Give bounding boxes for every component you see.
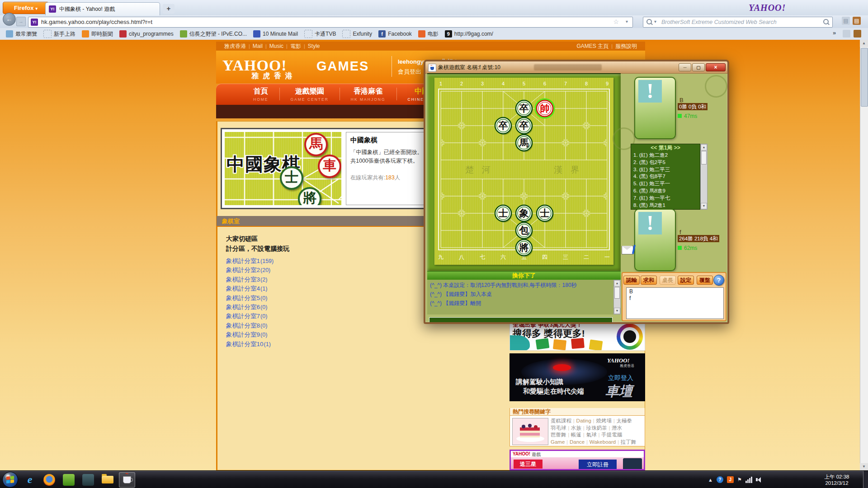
piece-包[interactable]: 包 bbox=[516, 222, 533, 240]
maximize-button[interactable]: ▢ bbox=[692, 63, 705, 71]
table-player-list[interactable]: Bf bbox=[626, 287, 724, 319]
game-button[interactable]: 設定 bbox=[678, 276, 694, 285]
keyword-link[interactable]: 氣球 bbox=[586, 432, 597, 439]
bookmarks-menu-icon[interactable]: ▤ bbox=[853, 17, 861, 25]
keyword-link[interactable]: Wakeboard bbox=[590, 439, 616, 446]
game-button[interactable]: 認輸 bbox=[623, 276, 640, 285]
room-link[interactable]: 象棋計分室7(0) bbox=[226, 312, 274, 321]
bookmark-item[interactable]: Exfunity bbox=[339, 29, 375, 39]
keyword-link[interactable]: 羽毛球 bbox=[551, 425, 566, 432]
page-scrollbar-thumb[interactable] bbox=[861, 48, 868, 107]
minimize-button[interactable]: ─ bbox=[679, 63, 691, 71]
register-button[interactable]: 立即註冊 bbox=[579, 460, 617, 469]
eyebrow-link[interactable]: GAMES 主頁 bbox=[576, 42, 609, 50]
message-envelope-icon[interactable] bbox=[622, 244, 636, 256]
bottom-promo-ad[interactable]: YAHOO! 遊戲 送三星 立即註冊 bbox=[509, 450, 645, 470]
java-chess-app-icon[interactable] bbox=[119, 472, 135, 488]
room-link[interactable]: 象棋計分室4(1) bbox=[226, 284, 274, 293]
scroll-down-icon[interactable]: ▼ bbox=[860, 463, 868, 470]
piece-卒[interactable]: 卒 bbox=[516, 117, 533, 135]
game-window-titlebar[interactable]: ~ 象棋遊戲室 名稱:f 桌號:10 ─ ▢ × bbox=[425, 61, 727, 74]
tab-hk-mahjong[interactable]: 香港麻雀HK MAHJONG bbox=[340, 84, 396, 105]
bookmark-star-icon[interactable]: ☆ bbox=[613, 18, 619, 25]
search-bar[interactable]: ▾ BrotherSoft Extreme Customized Web Sea… bbox=[643, 17, 833, 28]
room-link[interactable]: 象棋計分室5(0) bbox=[226, 294, 274, 303]
url-bar[interactable]: Y! hk.games.yahoo.com/play/cchess.html?r… bbox=[28, 17, 633, 28]
internet-explorer-icon[interactable]: e bbox=[22, 472, 38, 488]
scroll-up-icon[interactable]: ▲ bbox=[860, 40, 868, 47]
network-icon[interactable] bbox=[745, 477, 752, 483]
piece-將[interactable]: 將 bbox=[516, 239, 533, 257]
xiangqi-board[interactable]: 楚 河漢 界123456789九八七六五四三二一卒帥卒卒馬士象士包將 bbox=[434, 78, 613, 265]
room-link[interactable]: 象棋計分室2(20) bbox=[226, 266, 274, 275]
bookmark-item[interactable]: 最常瀏覽 bbox=[3, 29, 40, 39]
bookmark-item[interactable]: 新手上路 bbox=[40, 29, 79, 39]
new-tab-button[interactable]: + bbox=[163, 4, 175, 14]
room-link[interactable]: 象棋計分室9(0) bbox=[226, 330, 274, 339]
piece-馬[interactable]: 馬 bbox=[516, 135, 533, 152]
room-link[interactable]: 象棋計分室10(1) bbox=[226, 340, 274, 349]
chat-scrollbar-thumb[interactable] bbox=[614, 287, 620, 299]
chat-scrollbar[interactable]: ▲ ▼ bbox=[613, 280, 621, 314]
volume-icon[interactable] bbox=[756, 477, 761, 483]
url-text[interactable]: hk.games.yahoo.com/play/cchess.html?r=t bbox=[41, 17, 152, 27]
bookmark-item[interactable]: 信長之野望 - IPvE.CO... bbox=[177, 29, 250, 39]
eyebrow-link[interactable]: Style bbox=[308, 43, 320, 49]
room-link[interactable]: 象棋計分室1(159) bbox=[226, 257, 274, 266]
url-dropdown-icon[interactable]: ▾ bbox=[626, 19, 628, 24]
java-tray-icon[interactable]: J bbox=[727, 476, 734, 483]
keyword-link[interactable]: Dating bbox=[576, 418, 591, 425]
show-desktop-button[interactable] bbox=[863, 471, 868, 488]
keyword-link[interactable]: Dance bbox=[570, 439, 585, 446]
search-engine-dropdown-icon[interactable]: ▾ bbox=[654, 19, 656, 24]
scroll-up-icon[interactable]: ▲ bbox=[701, 144, 707, 150]
hidden-icons-button[interactable]: ▲ bbox=[708, 477, 713, 483]
piece-帥[interactable]: 帥 bbox=[536, 99, 554, 118]
piece-卒[interactable]: 卒 bbox=[516, 100, 533, 118]
scroll-up-icon[interactable]: ▲ bbox=[614, 280, 620, 286]
tab-game-center[interactable]: 遊戲樂園GAME CENTER bbox=[280, 84, 340, 105]
scroll-down-icon[interactable]: ▼ bbox=[614, 308, 620, 314]
bookmark-item[interactable]: 9http://9gag.com/ bbox=[442, 29, 496, 38]
piece-士[interactable]: 士 bbox=[537, 205, 554, 223]
move-list-scrollbar[interactable]: ▲ ▼ bbox=[700, 144, 708, 210]
keyword-link[interactable]: 潛水 bbox=[612, 425, 622, 432]
back-button[interactable]: ← bbox=[3, 13, 16, 26]
keyword-link[interactable]: 手提電腦 bbox=[601, 432, 622, 439]
search-go-icon[interactable] bbox=[823, 19, 829, 24]
browser-tab[interactable]: Y! 中國象棋 - Yahoo! 遊戲 bbox=[45, 2, 160, 16]
app-icon-green[interactable] bbox=[61, 472, 77, 488]
eyebrow-link[interactable]: Mail bbox=[253, 43, 263, 49]
start-button[interactable] bbox=[2, 472, 18, 488]
bookmark-item[interactable]: 即時新聞 bbox=[79, 29, 116, 39]
close-button[interactable]: × bbox=[706, 63, 726, 71]
page-tools-icon[interactable]: ▤ bbox=[842, 17, 850, 25]
eyebrow-link[interactable]: 服務說明 bbox=[615, 42, 637, 50]
windows-explorer-icon[interactable] bbox=[99, 472, 116, 488]
piece-象[interactable]: 象 bbox=[516, 205, 533, 223]
room-link[interactable]: 象棋計分室3(2) bbox=[226, 275, 274, 284]
keyword-link[interactable]: Game bbox=[551, 439, 565, 446]
car-ad-login-link[interactable]: 立即登入 bbox=[608, 374, 633, 382]
help-tray-icon[interactable]: ? bbox=[717, 476, 723, 483]
tab-home[interactable]: 首頁HOME bbox=[242, 84, 279, 105]
keyword-link[interactable]: 帳篷 bbox=[571, 432, 581, 439]
forward-button[interactable]: → bbox=[16, 17, 26, 26]
piece-卒[interactable]: 卒 bbox=[495, 117, 512, 135]
bookmark-item[interactable]: 卡通TVB bbox=[301, 29, 339, 39]
firefox-icon[interactable] bbox=[41, 472, 57, 488]
game-button[interactable]: 覆盤 bbox=[697, 276, 713, 285]
eyebrow-link[interactable]: Music bbox=[269, 43, 283, 49]
keyword-link[interactable]: 拉丁舞 bbox=[621, 439, 637, 446]
taskbar-clock[interactable]: 上午 02:38 2012/3/12 bbox=[813, 471, 861, 488]
bookmarks-overflow-chevron[interactable]: » bbox=[833, 29, 836, 36]
keyword-link[interactable]: 水族 bbox=[571, 425, 581, 432]
room-link[interactable]: 象棋計分室6(0) bbox=[226, 303, 274, 312]
chat-input[interactable] bbox=[429, 317, 613, 322]
xiangqi-board-grid[interactable]: 楚 河漢 界123456789九八七六五四三二一卒帥卒卒馬士象士包將 bbox=[434, 78, 613, 264]
bookmark-item[interactable]: 10 Minute Mail bbox=[250, 29, 301, 38]
room-link[interactable]: 象棋計分室8(0) bbox=[226, 321, 274, 330]
bookmark-item[interactable]: fFacebook bbox=[375, 29, 415, 38]
car-channel-ad[interactable]: YAHOO! 雅虎香港 講解駕駛小知識 和愛驅走在時代尖端 立即登入 車壇 bbox=[509, 353, 645, 401]
keyword-link[interactable]: 蛋糕課程 bbox=[551, 418, 571, 425]
